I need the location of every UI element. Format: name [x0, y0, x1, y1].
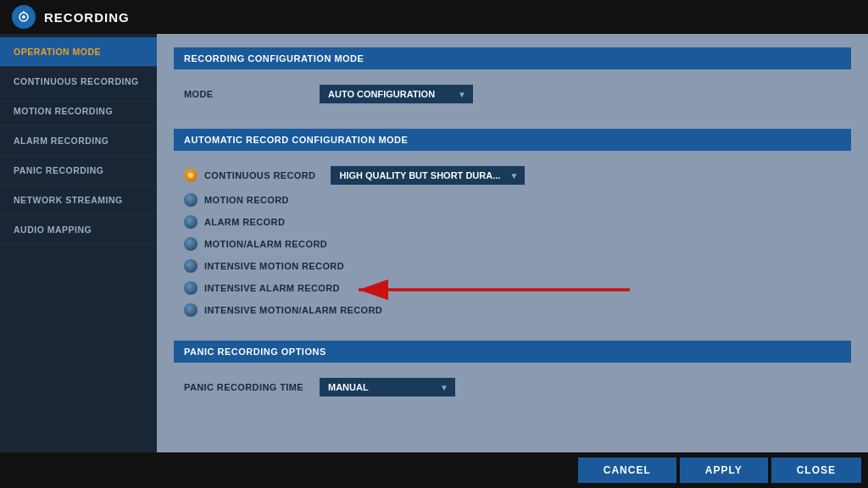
option-intensive-motion-record[interactable]: INTENSIVE MOTION RECORD [181, 258, 844, 274]
label-alarm-record: ALARM RECORD [204, 217, 285, 227]
option-intensive-alarm-record[interactable]: INTENSIVE ALARM RECORD [181, 280, 844, 297]
sidebar-item-audio-mapping[interactable]: AUDIO MAPPING [0, 215, 157, 245]
panic-time-label: PANIC RECORDING TIME [184, 382, 320, 392]
footer: CANCEL APPLY CLOSE [0, 452, 868, 488]
sidebar-item-network-streaming[interactable]: NETWORK STREAMING [0, 186, 157, 215]
apply-button[interactable]: APPLY [680, 458, 768, 483]
close-button[interactable]: CLOSE [771, 458, 861, 483]
svg-point-1 [22, 15, 25, 19]
content-area: RECORDING CONFIGURATION MODE MODE AUTO C… [157, 34, 868, 452]
section2-header: AUTOMATIC RECORD CONFIGURATION MODE [174, 129, 851, 151]
label-motion-record: MOTION RECORD [204, 195, 289, 205]
radio-motion-alarm-record [184, 237, 198, 251]
app-title: RECORDING [44, 10, 130, 25]
radio-continuous-record [184, 169, 198, 182]
label-intensive-motion-record: INTENSIVE MOTION RECORD [204, 261, 344, 271]
sidebar-item-operation-mode[interactable]: OPERATION MODE [0, 37, 157, 67]
sidebar-item-alarm-recording[interactable]: ALARM RECORDING [0, 126, 157, 156]
section1-header: RECORDING CONFIGURATION MODE [174, 47, 851, 69]
panic-time-row: PANIC RECORDING TIME MANUAL 1 MIN 5 MIN … [181, 376, 844, 398]
panic-time-select-wrapper[interactable]: MANUAL 1 MIN 5 MIN 10 MIN ▼ [320, 378, 455, 396]
section3-header: PANIC RECORDING OPTIONS [174, 341, 851, 363]
label-continuous-record: CONTINUOUS RECORD [204, 170, 315, 180]
main-layout: OPERATION MODE CONTINUOUS RECORDING MOTI… [0, 34, 868, 452]
sidebar-item-motion-recording[interactable]: MOTION RECORDING [0, 97, 157, 126]
label-motion-alarm-record: MOTION/ALARM RECORD [204, 239, 327, 249]
section3-body: PANIC RECORDING TIME MANUAL 1 MIN 5 MIN … [174, 371, 851, 410]
mode-label: MODE [184, 89, 320, 99]
section-panic-recording: PANIC RECORDING OPTIONS PANIC RECORDING … [174, 341, 851, 410]
section-auto-record: AUTOMATIC RECORD CONFIGURATION MODE CONT… [174, 129, 851, 329]
option-intensive-motion-alarm[interactable]: INTENSIVE MOTION/ALARM RECORD [181, 302, 844, 319]
label-intensive-alarm-record: INTENSIVE ALARM RECORD [204, 283, 340, 293]
sidebar-item-panic-recording[interactable]: PANIC RECORDING [0, 156, 157, 186]
app-header: RECORDING [0, 0, 868, 34]
continuous-quality-select[interactable]: HIGH QUALITY BUT SHORT DURA... [331, 166, 525, 185]
radio-intensive-motion-alarm [184, 303, 198, 317]
section1-body: MODE AUTO CONFIGURATION MANUAL CONFIGURA… [174, 78, 851, 117]
radio-intensive-motion-record [184, 259, 198, 273]
sidebar-item-continuous-recording[interactable]: CONTINUOUS RECORDING [0, 67, 157, 97]
mode-select[interactable]: AUTO CONFIGURATION MANUAL CONFIGURATION [320, 85, 473, 103]
continuous-quality-select-wrapper[interactable]: HIGH QUALITY BUT SHORT DURA... ▼ [331, 166, 525, 185]
option-continuous-record[interactable]: CONTINUOUS RECORD HIGH QUALITY BUT SHORT… [181, 164, 844, 186]
option-alarm-record[interactable]: ALARM RECORD [181, 214, 844, 230]
radio-alarm-record [184, 215, 198, 229]
app-icon [12, 5, 36, 29]
cancel-button[interactable]: CANCEL [578, 458, 676, 483]
radio-motion-record [184, 193, 198, 207]
mode-select-wrapper[interactable]: AUTO CONFIGURATION MANUAL CONFIGURATION … [320, 85, 473, 103]
radio-intensive-alarm-record [184, 281, 198, 295]
option-motion-record[interactable]: MOTION RECORD [181, 191, 844, 208]
sidebar: OPERATION MODE CONTINUOUS RECORDING MOTI… [0, 34, 157, 452]
label-intensive-motion-alarm: INTENSIVE MOTION/ALARM RECORD [204, 305, 382, 315]
mode-row: MODE AUTO CONFIGURATION MANUAL CONFIGURA… [181, 83, 844, 105]
option-motion-alarm-record[interactable]: MOTION/ALARM RECORD [181, 236, 844, 252]
panic-time-select[interactable]: MANUAL 1 MIN 5 MIN 10 MIN [320, 378, 455, 396]
section-recording-config: RECORDING CONFIGURATION MODE MODE AUTO C… [174, 47, 851, 117]
section2-body: CONTINUOUS RECORD HIGH QUALITY BUT SHORT… [174, 159, 851, 329]
